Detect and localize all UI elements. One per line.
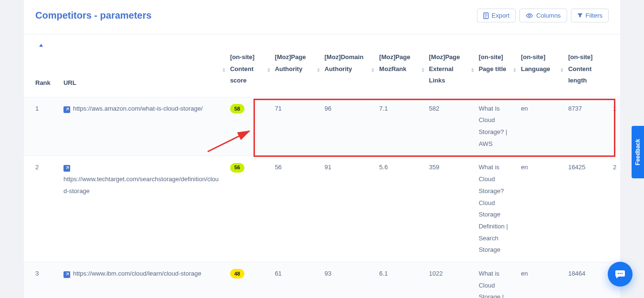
col-overflow xyxy=(608,44,620,97)
main-container: Competitors - parameters Export Columns … xyxy=(24,0,620,298)
col-rank-label: Rank xyxy=(35,79,51,86)
col-page-title[interactable]: [on-site] Page title xyxy=(474,44,517,97)
col-page-authority-label: [Moz]Page Authority xyxy=(275,53,306,72)
col-mozrank-label: [Moz]Page MozRank xyxy=(379,53,410,72)
cell-ext-links: 1022 xyxy=(424,262,474,298)
cell-language: en xyxy=(516,97,563,156)
filters-button[interactable]: Filters xyxy=(571,9,609,22)
table-row[interactable]: 1https://aws.amazon.com/what-is-cloud-st… xyxy=(24,97,620,156)
filter-icon xyxy=(577,13,583,19)
sort-icon[interactable] xyxy=(371,68,374,72)
cell-mozrank: 7.1 xyxy=(374,97,424,156)
eye-icon xyxy=(526,13,533,18)
sort-icon[interactable] xyxy=(513,68,516,72)
score-badge: 56 xyxy=(230,163,244,173)
col-language-label: [on-site] Language xyxy=(521,53,550,72)
col-ext-links-label: [Moz]Page External Links xyxy=(429,53,460,84)
col-domain-authority[interactable]: [Moz]Domain Authority xyxy=(320,44,375,97)
export-label: Export xyxy=(492,12,510,19)
col-ext-links[interactable]: [Moz]Page External Links xyxy=(424,44,474,97)
col-page-authority[interactable]: [Moz]Page Authority xyxy=(270,44,320,97)
cell-ext-links: 582 xyxy=(424,97,474,156)
cell-content-length: 18464 xyxy=(563,262,608,298)
file-icon xyxy=(483,12,489,19)
cell-domain-authority: 96 xyxy=(320,97,375,156)
cell-content-length: 8737 xyxy=(563,97,608,156)
sort-icon[interactable] xyxy=(471,68,474,72)
table-row[interactable]: 3https://www.ibm.com/cloud/learn/cloud-s… xyxy=(24,262,620,298)
columns-label: Columns xyxy=(536,12,560,19)
url-link[interactable]: https://aws.amazon.com/what-is-cloud-sto… xyxy=(73,105,203,112)
cell-mozrank: 5.6 xyxy=(374,156,424,262)
page-title: Competitors - parameters xyxy=(35,10,151,21)
sort-icon[interactable] xyxy=(422,68,424,72)
cell-domain-authority: 93 xyxy=(320,262,375,298)
sort-icon[interactable] xyxy=(560,68,563,72)
url-link[interactable]: https://www.ibm.com/cloud/learn/cloud-st… xyxy=(73,270,201,277)
feedback-label: Feedback xyxy=(634,139,641,165)
col-url-label: URL xyxy=(63,79,76,86)
cell-language: en xyxy=(516,156,563,262)
col-content-score[interactable]: [on-site] Content score xyxy=(225,44,270,97)
export-button[interactable]: Export xyxy=(477,9,516,22)
cell-mozrank: 6.1 xyxy=(374,262,424,298)
col-domain-authority-label: [Moz]Domain Authority xyxy=(325,53,364,72)
col-rank[interactable]: Rank xyxy=(24,44,59,97)
feedback-tab[interactable]: Feedback xyxy=(632,126,644,178)
score-badge: 58 xyxy=(230,104,244,113)
table-wrap: Rank URL [on-site] Content score xyxy=(24,34,620,298)
header: Competitors - parameters Export Columns … xyxy=(24,0,620,34)
sort-icon[interactable] xyxy=(222,68,225,72)
cell-overflow: 2 xyxy=(608,156,620,262)
sort-icon[interactable] xyxy=(317,68,320,72)
col-language[interactable]: [on-site] Language xyxy=(516,44,563,97)
svg-point-4 xyxy=(620,273,621,274)
col-content-length[interactable]: [on-site] Content length xyxy=(563,44,608,97)
cell-url: https://www.techtarget.com/searchstorage… xyxy=(59,156,225,262)
cell-rank: 1 xyxy=(24,97,59,156)
table-body: 1https://aws.amazon.com/what-is-cloud-st… xyxy=(24,97,620,298)
chat-icon xyxy=(614,268,626,280)
columns-button[interactable]: Columns xyxy=(519,9,567,22)
cell-rank: 2 xyxy=(24,156,59,262)
cell-content-score: 58 xyxy=(225,97,270,156)
cell-ext-links: 359 xyxy=(424,156,474,262)
sort-icon[interactable] xyxy=(267,68,270,72)
cell-rank: 3 xyxy=(24,262,59,298)
cell-page-title: What is Cloud Storage | xyxy=(474,262,517,298)
cell-language: en xyxy=(516,262,563,298)
col-url[interactable]: URL xyxy=(59,44,225,97)
svg-point-3 xyxy=(618,273,619,274)
table-head: Rank URL [on-site] Content score xyxy=(24,44,620,97)
cell-page-authority: 56 xyxy=(270,156,320,262)
external-link-icon[interactable] xyxy=(63,165,70,172)
cell-url: https://www.ibm.com/cloud/learn/cloud-st… xyxy=(59,262,225,298)
col-content-score-label: [on-site] Content score xyxy=(230,53,254,84)
filters-label: Filters xyxy=(586,12,602,19)
col-mozrank[interactable]: [Moz]Page MozRank xyxy=(374,44,424,97)
cell-content-length: 16425 xyxy=(563,156,608,262)
url-link[interactable]: https://www.techtarget.com/searchstorage… xyxy=(63,175,219,195)
cell-content-score: 48 xyxy=(225,262,270,298)
cell-page-title: What is Cloud Storage? Cloud Storage Def… xyxy=(474,156,517,262)
table-row[interactable]: 2https://www.techtarget.com/searchstorag… xyxy=(24,156,620,262)
external-link-icon[interactable] xyxy=(63,106,70,113)
sort-asc-icon xyxy=(39,39,43,51)
header-buttons: Export Columns Filters xyxy=(477,9,609,22)
svg-point-5 xyxy=(622,273,623,274)
chat-fab[interactable] xyxy=(608,262,633,287)
cell-domain-authority: 91 xyxy=(320,156,375,262)
cell-overflow: 1 xyxy=(608,97,620,156)
cell-content-score: 56 xyxy=(225,156,270,262)
svg-point-1 xyxy=(529,15,531,17)
col-content-length-label: [on-site] Content length xyxy=(568,53,592,84)
external-link-icon[interactable] xyxy=(63,271,70,278)
cell-url: https://aws.amazon.com/what-is-cloud-sto… xyxy=(59,97,225,156)
score-badge: 48 xyxy=(230,269,244,278)
cell-page-title: What Is Cloud Storage? | AWS xyxy=(474,97,517,156)
cell-page-authority: 71 xyxy=(270,97,320,156)
cell-page-authority: 61 xyxy=(270,262,320,298)
col-page-title-label: [on-site] Page title xyxy=(479,53,507,72)
competitors-table: Rank URL [on-site] Content score xyxy=(24,44,620,298)
